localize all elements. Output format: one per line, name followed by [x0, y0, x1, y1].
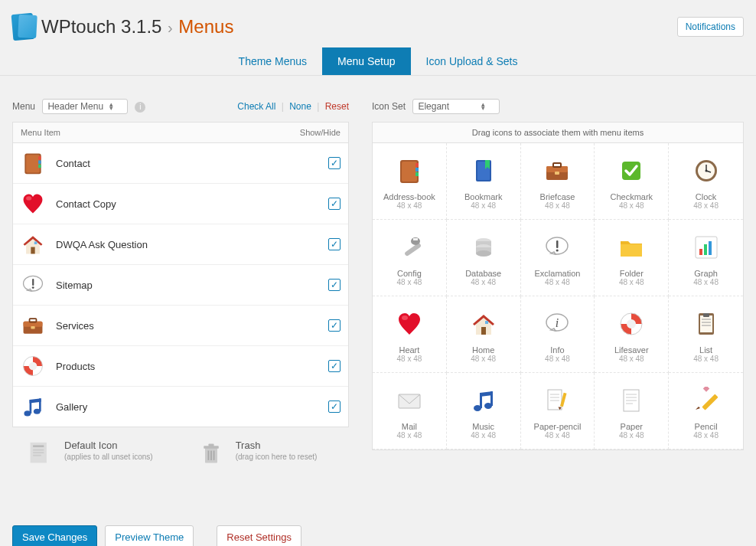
music-icon[interactable]: [21, 394, 45, 419]
icon-name: Lifesaver: [614, 345, 649, 355]
icon-pencil[interactable]: Pencil48 x 48: [669, 373, 743, 450]
icon-heart[interactable]: Heart48 x 48: [373, 296, 447, 373]
menu-item-row[interactable]: Contact Copy✓: [13, 184, 348, 224]
menu-select-value: Header Menu: [47, 101, 103, 112]
list-icon: [691, 309, 722, 339]
exclamation-icon: [542, 232, 572, 263]
icon-database[interactable]: Database48 x 48: [447, 220, 521, 296]
menu-item-label: Gallery: [56, 401, 328, 413]
icon-name: Exclamation: [535, 269, 581, 278]
icon-briefcase[interactable]: Briefcase48 x 48: [521, 143, 595, 220]
select-arrows-icon: ▴▾: [481, 103, 485, 111]
icon-name: Paper-pencil: [534, 422, 582, 431]
preview-button[interactable]: Preview Theme: [105, 525, 194, 546]
icon-lifesaver[interactable]: Lifesaver48 x 48: [595, 296, 669, 373]
reset-link[interactable]: Reset: [325, 101, 349, 112]
lifesaver-icon[interactable]: [21, 354, 45, 378]
icon-name: Briefcase: [540, 192, 575, 201]
lifesaver-icon: [616, 309, 647, 339]
showhide-checkbox[interactable]: ✓: [328, 319, 341, 332]
icon-graph[interactable]: Graph48 x 48: [669, 220, 743, 296]
icon-name: Bookmark: [464, 192, 503, 201]
exclamation-icon[interactable]: [21, 273, 45, 297]
save-button[interactable]: Save Changes: [12, 525, 97, 546]
icon-name: Address-book: [383, 192, 435, 201]
briefcase-icon[interactable]: [21, 313, 45, 338]
menu-item-label: Products: [56, 361, 328, 372]
icon-exclamation[interactable]: Exclamation48 x 48: [521, 220, 595, 296]
icon-dim: 48 x 48: [396, 201, 422, 210]
menu-item-row[interactable]: Sitemap✓: [13, 265, 348, 306]
trash-dropzone[interactable]: Trash (drag icon here to reset): [199, 440, 318, 467]
menu-select[interactable]: Header Menu ▴▾: [42, 99, 128, 114]
icon-address-book[interactable]: Address-book48 x 48: [373, 143, 447, 220]
iconset-select-value: Elegant: [418, 101, 449, 112]
info-icon: [542, 309, 572, 339]
home-icon: [468, 309, 499, 339]
icon-dim: 48 x 48: [693, 278, 719, 286]
showhide-checkbox[interactable]: ✓: [328, 401, 341, 413]
home-icon[interactable]: [21, 232, 45, 257]
page-title: Menus: [178, 16, 233, 37]
iconset-select[interactable]: Elegant ▴▾: [412, 99, 500, 114]
icon-dim: 48 x 48: [471, 201, 496, 210]
check-all-link[interactable]: Check All: [237, 101, 275, 112]
icon-config[interactable]: Config48 x 48: [373, 220, 447, 296]
address-book-icon[interactable]: [21, 151, 45, 175]
icon-mail[interactable]: Mail48 x 48: [373, 373, 447, 450]
icon-dim: 48 x 48: [619, 201, 644, 210]
icon-dim: 48 x 48: [545, 431, 570, 440]
icon-name: Clock: [696, 192, 717, 201]
menu-item-label: DWQA Ask Question: [56, 239, 328, 250]
menu-item-row[interactable]: Gallery✓: [13, 387, 348, 427]
icon-info[interactable]: Info48 x 48: [521, 296, 595, 373]
icon-home[interactable]: Home48 x 48: [447, 296, 521, 373]
menu-item-label: Sitemap: [56, 280, 328, 291]
tab-menu-setup[interactable]: Menu Setup: [322, 47, 411, 75]
header: WPtouch 3.1.5 › Menus Notifications: [0, 0, 756, 47]
icon-dim: 48 x 48: [471, 278, 496, 286]
col-showhide: Show/Hide: [300, 128, 341, 137]
trash-title: Trash: [236, 440, 318, 451]
showhide-checkbox[interactable]: ✓: [328, 157, 341, 169]
select-arrows-icon: ▴▾: [109, 103, 113, 111]
icon-bookmark[interactable]: Bookmark48 x 48: [447, 143, 521, 220]
showhide-checkbox[interactable]: ✓: [328, 198, 341, 210]
icon-clock[interactable]: Clock48 x 48: [669, 143, 743, 220]
breadcrumb-sep: ›: [168, 19, 173, 36]
menu-item-row[interactable]: Products✓: [13, 346, 348, 387]
icon-folder[interactable]: Folder48 x 48: [595, 220, 669, 296]
showhide-checkbox[interactable]: ✓: [328, 238, 341, 250]
menu-item-row[interactable]: DWQA Ask Question✓: [13, 224, 348, 265]
default-icon-dropzone[interactable]: Default Icon (applies to all unset icons…: [28, 440, 153, 467]
showhide-checkbox[interactable]: ✓: [328, 360, 341, 372]
icon-paper-pencil[interactable]: Paper-pencil48 x 48: [521, 373, 595, 450]
paper-icon: [616, 385, 647, 416]
menu-item-row[interactable]: Contact✓: [13, 143, 348, 184]
icon-name: Database: [465, 269, 501, 278]
icon-paper[interactable]: Paper48 x 48: [595, 373, 669, 450]
menu-item-row[interactable]: Services✓: [13, 306, 348, 346]
icon-dim: 48 x 48: [545, 278, 570, 286]
help-icon[interactable]: i: [135, 102, 145, 113]
heart-icon[interactable]: [21, 191, 45, 216]
icon-list[interactable]: List48 x 48: [669, 296, 743, 373]
icon-music[interactable]: Music48 x 48: [447, 373, 521, 450]
icon-name: Graph: [694, 269, 718, 278]
reset-button[interactable]: Reset Settings: [217, 525, 301, 546]
showhide-checkbox[interactable]: ✓: [328, 279, 341, 291]
tab-icon-upload-sets[interactable]: Icon Upload & Sets: [411, 47, 533, 75]
icon-name: Heart: [399, 345, 419, 355]
paper-pencil-icon: [542, 385, 572, 416]
icon-grid-hint: Drag icons to associate them with menu i…: [373, 123, 743, 143]
footer: Save Changes Preview Theme Reset Setting…: [0, 479, 756, 546]
bookmark-icon: [468, 155, 499, 186]
tabs: Theme MenusMenu SetupIcon Upload & Sets: [0, 47, 756, 76]
clock-icon: [691, 155, 722, 186]
tab-theme-menus[interactable]: Theme Menus: [223, 47, 322, 75]
notifications-button[interactable]: Notifications: [677, 17, 744, 37]
icon-checkmark[interactable]: Checkmark48 x 48: [595, 143, 669, 220]
icon-dim: 48 x 48: [693, 431, 719, 440]
none-link[interactable]: None: [289, 101, 311, 112]
col-menu-item: Menu Item: [21, 128, 60, 137]
